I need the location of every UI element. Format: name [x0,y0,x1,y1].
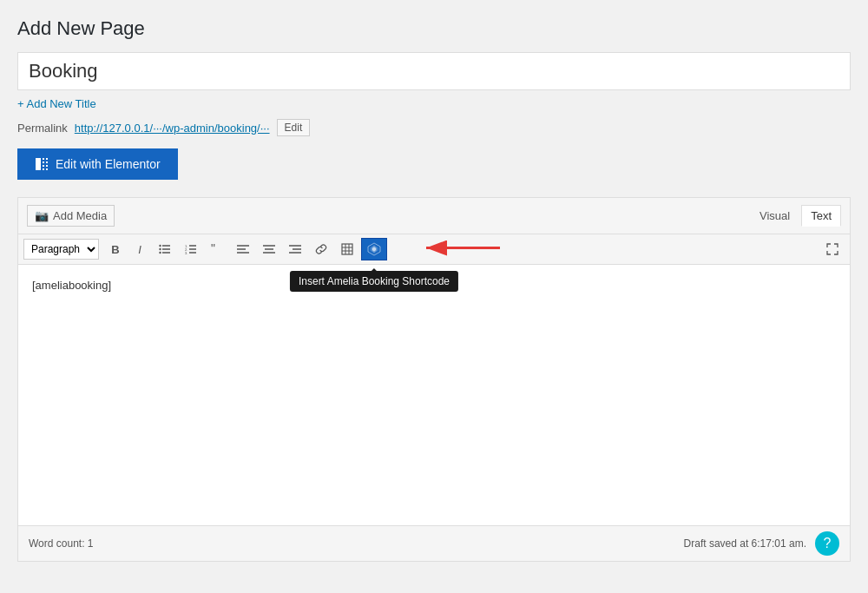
teal-help-button[interactable]: ? [815,531,839,556]
word-count-label: Word count: [29,537,84,550]
permalink-label: Permalink [17,122,68,135]
editor-wrapper: 📷 Add Media Visual Text Paragraph B I 1.… [17,197,851,562]
permalink-row: Permalink http://127.0.0.1/···/wp-admin/… [17,119,851,136]
amelia-btn-wrapper: Insert Amelia Booking Shortcode [361,238,387,260]
svg-text:3.: 3. [185,251,187,255]
add-new-title-link[interactable]: + Add New Title [17,97,96,110]
link-button[interactable] [309,238,333,260]
svg-point-13 [159,248,161,250]
elementor-icon [35,157,49,171]
paragraph-select[interactable]: Paragraph [23,239,99,260]
align-left-button[interactable] [231,238,255,260]
toolbar: Paragraph B I 1.2.3. " [18,234,850,265]
red-arrow [418,235,504,264]
svg-point-12 [159,245,161,247]
svg-rect-4 [43,168,44,170]
word-count-value: 1 [88,537,94,550]
elementor-btn-label: Edit with Elementor [56,157,161,171]
svg-point-14 [159,252,161,254]
svg-rect-2 [43,161,44,163]
editor-shortcode: [ameliabooking] [32,279,111,292]
svg-rect-1 [43,158,44,160]
add-media-button[interactable]: 📷 Add Media [27,205,115,227]
edit-with-elementor-button[interactable]: Edit with Elementor [17,148,178,180]
fullscreen-button[interactable] [820,238,845,260]
bold-button[interactable]: B [104,238,127,260]
svg-text:": " [211,243,215,255]
amelia-booking-button[interactable] [361,238,387,260]
page-title-input[interactable] [17,52,851,90]
add-media-icon: 📷 [35,209,49,222]
ordered-list-button[interactable]: 1.2.3. [179,238,203,260]
svg-rect-7 [46,165,48,167]
svg-rect-31 [342,244,352,254]
svg-rect-8 [46,168,48,170]
svg-rect-5 [46,158,48,160]
editor-content[interactable]: [ameliabooking] [18,265,850,525]
draft-saved-text: Draft saved at 6:17:01 am. [684,537,806,550]
page-title: Add New Page [17,17,851,40]
tab-text[interactable]: Text [801,205,841,227]
editor-footer: Word count: 1 Draft saved at 6:17:01 am.… [18,525,850,561]
add-media-label: Add Media [53,209,107,222]
italic-button[interactable]: I [128,238,151,260]
word-count-area: Word count: 1 [29,537,94,550]
unordered-list-button[interactable] [153,238,177,260]
align-right-button[interactable] [283,238,307,260]
align-center-button[interactable] [257,238,281,260]
blockquote-button[interactable]: " [205,238,229,260]
table-button[interactable] [335,238,359,260]
editor-top-bar: 📷 Add Media Visual Text [18,198,850,234]
svg-rect-3 [43,165,44,167]
editor-tabs: Visual Text [750,205,841,227]
svg-rect-0 [36,158,41,170]
permalink-url: http://127.0.0.1/···/wp-admin/booking/··… [75,122,270,135]
main-container: Add New Page + Add New Title Permalink h… [0,0,868,593]
tab-visual[interactable]: Visual [750,205,799,227]
permalink-edit-button[interactable]: Edit [277,119,311,136]
svg-rect-6 [46,161,48,163]
